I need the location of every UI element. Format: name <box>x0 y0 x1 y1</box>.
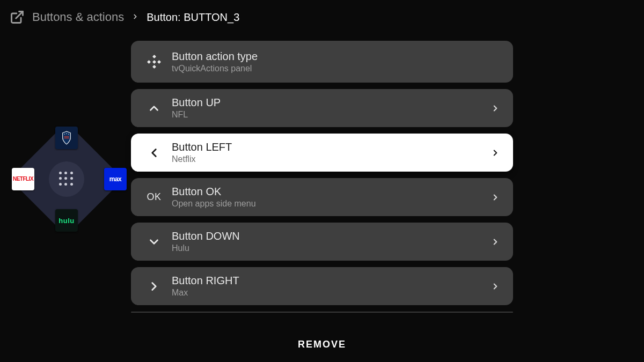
row-subtitle: NFL <box>172 110 487 120</box>
breadcrumb-parent[interactable]: Buttons & actions <box>32 10 124 24</box>
dpad-tile-down[interactable]: hulu <box>55 209 78 232</box>
chevron-right-icon <box>487 237 503 247</box>
chevron-right-icon <box>487 282 503 291</box>
breadcrumb-current: Button: BUTTON_3 <box>147 11 239 24</box>
row-action-type[interactable]: Button action type tvQuickActions panel <box>131 41 513 83</box>
chevron-right-lead-icon <box>136 279 172 293</box>
chevron-right-icon <box>487 104 503 113</box>
dpad-center[interactable] <box>49 161 84 197</box>
row-subtitle: Open apps side menu <box>172 199 487 209</box>
ok-text-icon: OK <box>136 191 172 203</box>
dpad-preview: NETFLIX max hulu <box>9 121 125 237</box>
open-external-icon[interactable] <box>10 10 25 25</box>
breadcrumb: Buttons & actions Button: BUTTON_3 <box>0 0 644 30</box>
svg-point-2 <box>66 133 67 134</box>
divider <box>131 312 513 313</box>
chevron-right-icon <box>131 12 139 23</box>
row-subtitle: Max <box>172 288 487 298</box>
dpad-action-icon <box>136 54 172 69</box>
chevron-down-icon <box>136 235 172 249</box>
nfl-shield-icon <box>61 130 72 145</box>
row-button-left[interactable]: Button LEFT Netflix <box>131 134 513 172</box>
chevron-up-icon <box>136 101 172 115</box>
max-logo-text: max <box>109 176 122 182</box>
netflix-logo-text: NETFLIX <box>13 176 33 182</box>
row-button-ok[interactable]: OK Button OK Open apps side menu <box>131 178 513 216</box>
row-title: Button LEFT <box>172 141 487 153</box>
svg-point-3 <box>68 134 69 134</box>
row-button-up[interactable]: Button UP NFL <box>131 89 513 127</box>
dpad-tile-right[interactable]: max <box>104 168 127 190</box>
hulu-logo-text: hulu <box>58 217 74 224</box>
row-title: Button RIGHT <box>172 275 487 287</box>
row-title: Button action type <box>172 50 503 63</box>
chevron-left-icon <box>136 146 172 160</box>
apps-grid-icon <box>59 172 74 187</box>
row-subtitle: tvQuickActions panel <box>172 64 503 73</box>
dpad-tile-left[interactable]: NETFLIX <box>12 168 34 190</box>
svg-line-0 <box>16 12 23 19</box>
row-title: Button OK <box>172 186 487 198</box>
row-button-right[interactable]: Button RIGHT Max <box>131 267 513 305</box>
settings-list: Button action type tvQuickActions panel … <box>131 41 513 313</box>
dpad-tile-up[interactable] <box>55 127 78 149</box>
svg-point-1 <box>64 134 65 134</box>
row-title: Button DOWN <box>172 230 487 242</box>
remove-button[interactable]: REMOVE <box>298 339 346 350</box>
row-subtitle: Netflix <box>172 154 487 164</box>
row-title: Button UP <box>172 97 487 109</box>
row-button-down[interactable]: Button DOWN Hulu <box>131 223 513 261</box>
chevron-right-icon <box>487 193 503 202</box>
row-subtitle: Hulu <box>172 243 487 253</box>
chevron-right-icon <box>487 148 503 158</box>
